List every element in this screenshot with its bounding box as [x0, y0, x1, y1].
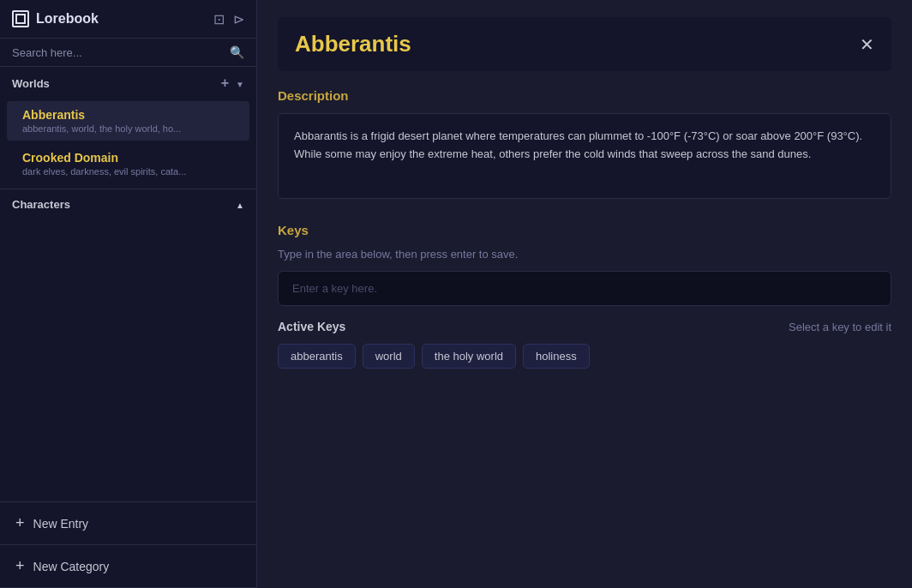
entry-header: Abberantis ✕ [278, 17, 891, 71]
new-entry-button[interactable]: + New Entry [0, 502, 256, 545]
sidebar-header-icons: ⊡ ⊳ [213, 11, 244, 27]
keys-label: Keys [278, 223, 891, 237]
search-bar: 🔍 [0, 39, 256, 67]
key-tags: abberantisworldthe holy worldholiness [278, 344, 891, 369]
worlds-section-actions: + [221, 75, 244, 91]
logo-icon [12, 10, 29, 27]
active-keys-label: Active Keys [278, 320, 345, 333]
bookmark-icon[interactable]: ⊡ [213, 11, 225, 27]
chevron-down-icon[interactable] [236, 75, 244, 91]
keys-hint: Type in the area below, then press enter… [278, 248, 891, 261]
worlds-section-header[interactable]: Worlds + [0, 67, 256, 99]
chevron-up-icon[interactable] [236, 198, 244, 211]
search-icon[interactable]: 🔍 [230, 45, 244, 59]
entry-keys-abberantis: abberantis, world, the holy world, ho... [22, 123, 237, 134]
description-label: Description [278, 88, 891, 103]
sidebar-bottom: + New Entry + New Category [0, 501, 256, 588]
entry-keys-crooked-domain: dark elves, darkness, evil spirits, cata… [22, 166, 237, 177]
key-tag[interactable]: holiness [523, 344, 590, 369]
characters-section-header[interactable]: Characters [0, 189, 256, 219]
key-tag[interactable]: abberantis [278, 344, 356, 369]
key-input[interactable] [278, 271, 891, 306]
description-text: Abbarantis is a frigid desert planet whe… [278, 113, 891, 199]
new-category-label: New Category [33, 560, 110, 573]
new-entry-plus-icon: + [15, 514, 25, 532]
worlds-section-label: Worlds [12, 77, 50, 90]
keys-section: Keys Type in the area below, then press … [278, 223, 891, 369]
pin-icon[interactable]: ⊳ [233, 11, 244, 27]
sidebar-item-abberantis[interactable]: Abberantis abberantis, world, the holy w… [7, 101, 249, 141]
new-category-button[interactable]: + New Category [0, 545, 256, 588]
main-content: Abberantis ✕ Description Abbarantis is a… [257, 0, 912, 588]
sidebar-item-crooked-domain[interactable]: Crooked Domain dark elves, darkness, evi… [7, 144, 249, 183]
key-tag[interactable]: world [363, 344, 415, 369]
entry-header-title: Abberantis [295, 31, 411, 57]
logo-text: Lorebook [36, 11, 99, 27]
active-keys-header: Active Keys Select a key to edit it [278, 320, 891, 333]
sidebar-header: Lorebook ⊡ ⊳ [0, 0, 256, 39]
add-world-icon[interactable]: + [221, 75, 229, 91]
characters-section-label: Characters [12, 198, 70, 211]
close-button[interactable]: ✕ [860, 36, 874, 53]
sidebar: Lorebook ⊡ ⊳ 🔍 Worlds + Abberantis abber… [0, 0, 257, 588]
new-category-plus-icon: + [15, 557, 25, 575]
search-input[interactable] [12, 46, 223, 59]
key-tag[interactable]: the holy world [422, 344, 516, 369]
svg-rect-0 [16, 15, 25, 23]
logo: Lorebook [12, 10, 99, 27]
new-entry-label: New Entry [33, 517, 89, 531]
entry-title-crooked-domain: Crooked Domain [22, 151, 237, 165]
entry-title-abberantis: Abberantis [22, 108, 237, 122]
select-key-hint: Select a key to edit it [789, 321, 891, 333]
